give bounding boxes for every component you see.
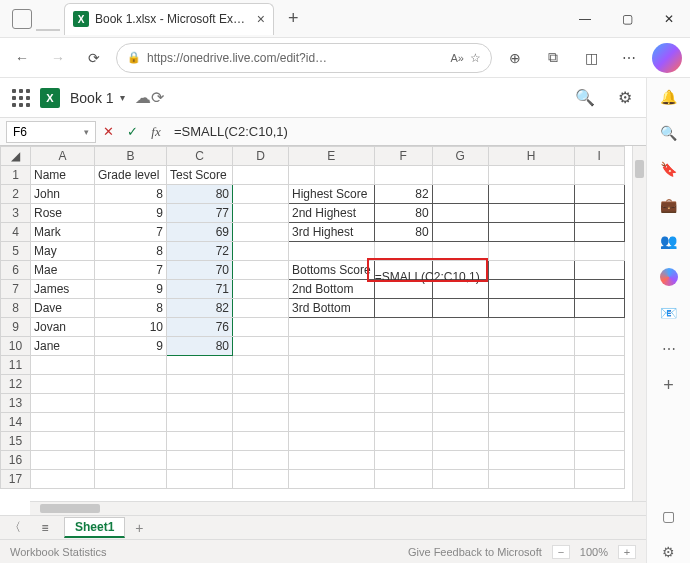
minimize-button[interactable]: — [564,0,606,38]
cell[interactable]: 3rd Bottom [289,299,375,318]
cell[interactable] [432,451,488,470]
back-button[interactable]: ← [8,44,36,72]
cell[interactable] [233,337,289,356]
add-app-icon[interactable] [658,374,680,396]
cell[interactable]: 3rd Highest [289,223,375,242]
cell[interactable] [167,375,233,394]
cell[interactable] [233,356,289,375]
cell[interactable]: 8 [95,185,167,204]
zoom-out-button[interactable]: − [552,545,570,559]
cell[interactable] [233,299,289,318]
cell[interactable] [488,261,574,280]
col-header[interactable]: I [574,147,624,166]
fx-icon[interactable]: fx [144,124,168,140]
cell[interactable] [233,223,289,242]
add-sheet-button[interactable]: + [125,520,153,536]
cell[interactable] [374,470,432,489]
vertical-scrollbar[interactable] [632,146,646,515]
row-header[interactable]: 17 [1,470,31,489]
cell[interactable] [95,432,167,451]
sheet-tab-active[interactable]: Sheet1 [64,517,125,538]
cell[interactable]: Test Score [167,166,233,185]
cell[interactable]: Grade level [95,166,167,185]
cell[interactable]: Mae [31,261,95,280]
cell[interactable] [574,451,624,470]
cell[interactable] [488,204,574,223]
row-header[interactable]: 12 [1,375,31,394]
col-header[interactable]: G [432,147,488,166]
cell[interactable] [574,299,624,318]
row-header[interactable]: 5 [1,242,31,261]
panel-icon[interactable] [658,505,680,527]
cell[interactable] [432,204,488,223]
cell[interactable] [289,318,375,337]
cell[interactable] [432,470,488,489]
cell[interactable] [432,299,488,318]
cell[interactable] [488,223,574,242]
tag-icon[interactable] [658,158,680,180]
cell[interactable] [95,413,167,432]
cell[interactable] [31,394,95,413]
cell[interactable] [488,413,574,432]
cell[interactable] [233,185,289,204]
cell[interactable] [574,166,624,185]
cell[interactable] [95,375,167,394]
people-icon[interactable] [658,230,680,252]
cell[interactable] [488,318,574,337]
cell[interactable] [95,451,167,470]
search-icon[interactable] [658,122,680,144]
cell[interactable] [289,432,375,451]
cell[interactable]: 9 [95,204,167,223]
cell[interactable]: 82 [374,185,432,204]
cell[interactable] [233,318,289,337]
app-launcher-icon[interactable] [12,89,30,107]
url-input[interactable]: 🔒 https://onedrive.live.com/edit?id… A» … [116,43,492,73]
row-header[interactable]: 4 [1,223,31,242]
cell[interactable] [574,470,624,489]
cell[interactable] [374,413,432,432]
horizontal-scrollbar[interactable] [30,501,646,515]
cell[interactable] [488,166,574,185]
cell[interactable] [233,413,289,432]
cell[interactable] [289,356,375,375]
document-name[interactable]: Book 1 [70,90,114,106]
cell[interactable] [374,394,432,413]
row-header[interactable]: 6 [1,261,31,280]
cell[interactable] [233,166,289,185]
cell[interactable] [432,356,488,375]
sheet-nav-left[interactable]: 〈 [0,519,30,536]
cell[interactable]: Dave [31,299,95,318]
cell[interactable] [574,204,624,223]
cell[interactable] [233,280,289,299]
cell[interactable] [95,356,167,375]
more-icon[interactable]: ⋯ [614,43,644,73]
cell[interactable] [488,299,574,318]
outlook-icon[interactable] [658,302,680,324]
chevron-down-icon[interactable]: ▾ [120,92,125,103]
reader-badge[interactable]: A» [451,52,464,64]
row-header[interactable]: 16 [1,451,31,470]
cell[interactable] [374,356,432,375]
cell[interactable] [374,318,432,337]
cell[interactable]: 76 [167,318,233,337]
cell[interactable]: Jovan [31,318,95,337]
cell[interactable] [233,432,289,451]
cell[interactable] [574,242,624,261]
cell[interactable] [574,261,624,280]
cell[interactable]: 7 [95,261,167,280]
row-header[interactable]: 11 [1,356,31,375]
cell[interactable] [31,432,95,451]
search-icon[interactable]: 🔍 [570,83,600,113]
feedback-link[interactable]: Give Feedback to Microsoft [408,546,542,558]
extensions-icon[interactable]: ⊕ [500,43,530,73]
spreadsheet-grid[interactable]: ◢ A B C D E F G H I 1 Name Grade level T… [0,146,646,515]
cell[interactable]: John [31,185,95,204]
row-header[interactable]: 13 [1,394,31,413]
cell[interactable] [233,394,289,413]
more-icon[interactable] [658,338,680,360]
cell[interactable] [574,356,624,375]
cell[interactable] [432,432,488,451]
close-window-button[interactable]: ✕ [648,0,690,38]
cell[interactable] [167,451,233,470]
cell[interactable] [574,185,624,204]
